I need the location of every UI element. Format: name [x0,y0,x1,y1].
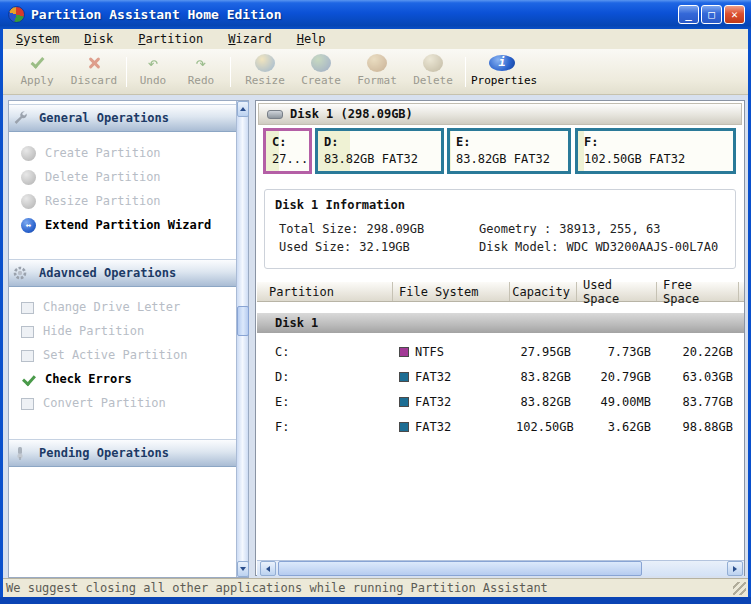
sidebar-item-create-partition[interactable]: Create Partition [9,141,237,165]
sidebar-item-change-drive-letter[interactable]: Change Drive Letter [9,295,237,319]
sidebar-item-convert-partition[interactable]: Convert Partition [9,391,237,415]
panel-horizontal-scrollbar[interactable] [257,560,744,576]
disk-info-title: Disk 1 Information [275,198,405,212]
table-row-f[interactable]: F: FAT32 102.50GB 3.62GB 98.88GB [257,414,744,439]
toolbar-separator [230,57,231,87]
chevron-up-icon [240,107,246,111]
resize-button[interactable]: Resize [239,53,291,91]
delete-partition-icon [21,170,36,185]
scroll-left-button[interactable] [260,561,276,576]
partition-table-header: Partition File System Capacity Used Spac… [257,282,744,302]
discard-button[interactable]: Discard [65,53,123,91]
status-bar: We suggest closing all other application… [3,578,748,597]
used-size-field: Used Size: 32.19GB [279,240,410,254]
menubar: System Disk Partition Wizard Help [3,29,748,49]
section-advanced-operations[interactable]: Adavnced Operations [9,259,237,287]
window-border-bottom [0,597,751,604]
geometry-field: Geometry : 38913, 255, 63 [479,222,660,236]
status-text: We suggest closing all other application… [6,581,548,595]
toolbar-separator [465,57,466,87]
menu-wizard[interactable]: Wizard [221,31,278,47]
hide-partition-icon [21,326,34,338]
column-header-free-space[interactable]: Free Space [657,282,739,301]
column-header-file-system[interactable]: File System [393,282,510,301]
minimize-button[interactable]: _ [678,5,699,24]
app-logo-icon [8,6,25,23]
sidebar-item-check-errors[interactable]: Check Errors [9,367,237,391]
disk-icon [267,110,283,119]
partition-block-c[interactable]: C: 27.... [263,128,312,174]
change-drive-letter-icon [21,302,34,314]
redo-button[interactable]: ↷ Redo [179,53,223,91]
discard-x-icon [65,53,123,73]
pin-icon [9,445,31,461]
sidebar-item-delete-partition[interactable]: Delete Partition [9,165,237,189]
menu-disk[interactable]: Disk [77,31,120,47]
chevron-left-icon [266,566,270,572]
table-row-c[interactable]: C: NTFS 27.95GB 7.73GB 20.22GB [257,339,744,364]
format-icon [351,53,403,73]
toolbar-separator [126,57,127,87]
sidebar-item-extend-partition-wizard[interactable]: ↔ Extend Partition Wizard [9,213,237,237]
disk-info-box: Disk 1 Information Total Size: 298.09GB … [264,189,736,269]
apply-check-icon [11,53,63,73]
resize-icon [239,53,291,73]
disk-map-panel: Disk 1 (298.09GB) C: 27.... D: 83.82GB F… [255,100,745,576]
total-size-field: Total Size: 298.09GB [279,222,424,236]
wrench-icon [9,110,31,126]
properties-button[interactable]: i Properties [471,53,533,91]
table-row-e[interactable]: E: FAT32 83.82GB 49.00MB 83.77GB [257,389,744,414]
menu-help[interactable]: Help [290,31,333,47]
undo-arrow-icon: ↶ [131,53,175,73]
disk-header-bar[interactable]: Disk 1 (298.09GB) [258,103,742,125]
create-partition-icon [21,146,36,161]
fat32-color-swatch [399,422,409,432]
scrollbar-thumb[interactable] [237,306,249,336]
create-icon [295,53,347,73]
sidebar-item-resize-partition[interactable]: Resize Partition [9,189,237,213]
scroll-right-button[interactable] [727,561,743,576]
section-pending-operations[interactable]: Pending Operations [9,439,237,467]
disk-model-field: Disk Model: WDC WD3200AAJS-00L7A0 [479,240,718,254]
disk-header-title: Disk 1 (298.09GB) [290,107,413,121]
scroll-down-button[interactable] [237,561,249,577]
toolbar: Apply Discard ↶ Undo ↷ Redo Resize Creat… [3,49,748,95]
convert-partition-icon [21,398,34,410]
partition-block-f[interactable]: F: 102.50GB FAT32 [575,128,736,174]
delete-icon [407,53,459,73]
properties-info-icon: i [471,53,533,73]
partition-block-d[interactable]: D: 83.82GB FAT32 [315,128,444,174]
disk-group-row[interactable]: Disk 1 [257,313,744,333]
scroll-up-button[interactable] [237,101,249,117]
close-button[interactable]: ✕ [724,5,745,24]
partition-block-e[interactable]: E: 83.82GB FAT32 [447,128,571,174]
sidebar: General Operations Create Partition Dele… [8,100,249,578]
chevron-right-icon [733,566,737,572]
fat32-color-swatch [399,372,409,382]
create-button[interactable]: Create [295,53,347,91]
sidebar-item-hide-partition[interactable]: Hide Partition [9,319,237,343]
delete-button[interactable]: Delete [407,53,459,91]
section-general-operations[interactable]: General Operations [9,104,237,132]
column-header-partition[interactable]: Partition [257,282,393,301]
apply-button[interactable]: Apply [11,53,63,91]
menu-partition[interactable]: Partition [131,31,210,47]
sidebar-vertical-scrollbar[interactable] [236,101,248,577]
set-active-partition-icon [21,350,34,362]
undo-button[interactable]: ↶ Undo [131,53,175,91]
format-button[interactable]: Format [351,53,403,91]
column-header-used-space[interactable]: Used Space [577,282,657,301]
gear-icon [9,265,31,281]
column-header-capacity[interactable]: Capacity [510,282,577,301]
ntfs-color-swatch [399,347,409,357]
menu-system[interactable]: System [9,31,66,47]
maximize-button[interactable]: □ [701,5,722,24]
window-title: Partition Assistant Home Edition [31,7,281,22]
extend-partition-wizard-icon: ↔ [21,218,36,233]
chevron-down-icon [240,567,246,571]
scrollbar-thumb[interactable] [278,561,642,576]
resize-grip[interactable] [733,582,746,595]
fat32-color-swatch [399,397,409,407]
sidebar-item-set-active-partition[interactable]: Set Active Partition [9,343,237,367]
table-row-d[interactable]: D: FAT32 83.82GB 20.79GB 63.03GB [257,364,744,389]
